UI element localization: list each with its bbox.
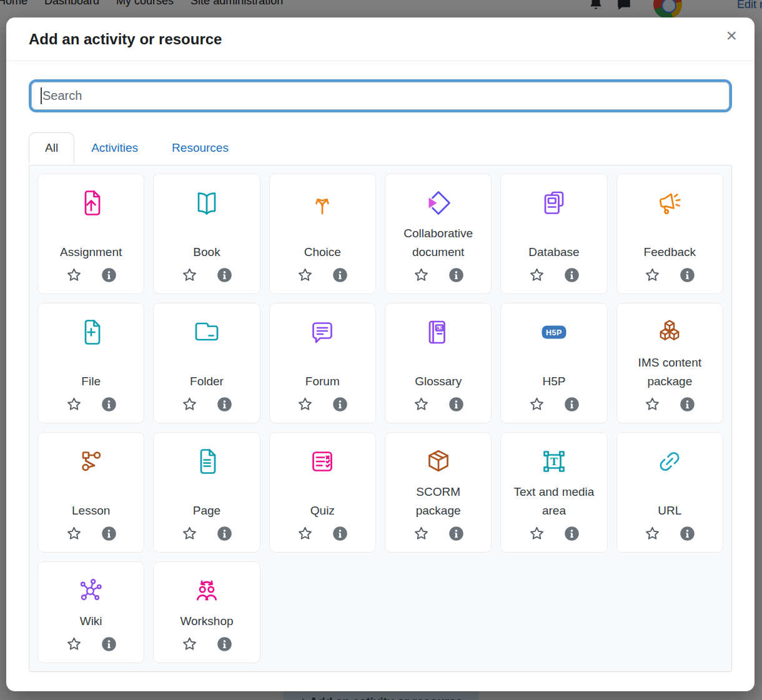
info-icon[interactable] bbox=[680, 526, 695, 541]
card-actions bbox=[66, 636, 117, 653]
tab-all[interactable]: All bbox=[29, 132, 74, 163]
activity-card[interactable]: Folder bbox=[153, 303, 260, 423]
assignment-upload-icon bbox=[76, 188, 106, 218]
activity-card[interactable]: Assignment bbox=[37, 174, 144, 294]
activity-label: Forum bbox=[305, 366, 340, 391]
modal-title: Add an activity or resource bbox=[29, 31, 222, 48]
info-icon[interactable] bbox=[564, 526, 580, 541]
card-actions bbox=[528, 525, 580, 542]
split-path-icon bbox=[307, 188, 337, 218]
card-actions bbox=[181, 267, 232, 283]
star-favourite-icon[interactable] bbox=[181, 636, 198, 653]
info-icon[interactable] bbox=[217, 636, 232, 652]
info-icon[interactable] bbox=[101, 636, 117, 652]
star-favourite-icon[interactable] bbox=[66, 267, 82, 283]
h5p-badge-icon: H5P bbox=[539, 317, 569, 347]
activity-card[interactable]: Quiz bbox=[269, 432, 376, 553]
activity-card[interactable]: Page bbox=[153, 432, 260, 553]
card-actions bbox=[644, 525, 695, 542]
activity-card[interactable]: Book bbox=[153, 174, 260, 294]
star-favourite-icon[interactable] bbox=[181, 396, 198, 413]
info-icon[interactable] bbox=[101, 526, 117, 541]
activity-card[interactable]: IMS content package bbox=[616, 303, 723, 423]
activity-card[interactable]: Feedback bbox=[616, 174, 723, 294]
activity-card[interactable]: File bbox=[37, 303, 144, 423]
info-icon[interactable] bbox=[448, 397, 464, 412]
star-favourite-icon[interactable] bbox=[644, 525, 661, 542]
activity-card[interactable]: AZ Glossary bbox=[385, 303, 492, 423]
megaphone-icon bbox=[655, 188, 685, 218]
tab-resources[interactable]: Resources bbox=[155, 133, 245, 163]
card-actions bbox=[66, 267, 117, 283]
activity-card[interactable]: Lesson bbox=[37, 432, 144, 553]
card-actions bbox=[181, 396, 232, 413]
info-icon[interactable] bbox=[332, 267, 348, 283]
info-icon[interactable] bbox=[564, 397, 580, 412]
peer-people-icon bbox=[192, 576, 222, 606]
star-favourite-icon[interactable] bbox=[528, 396, 545, 413]
activity-label: Folder bbox=[190, 366, 224, 391]
star-favourite-icon[interactable] bbox=[297, 267, 314, 283]
activity-card[interactable]: SCORM package bbox=[385, 432, 492, 553]
info-icon[interactable] bbox=[101, 397, 117, 412]
tab-activities[interactable]: Activities bbox=[74, 133, 155, 163]
activity-card[interactable]: Workshop bbox=[153, 561, 260, 663]
activity-card[interactable]: Choice bbox=[269, 174, 376, 294]
card-actions bbox=[297, 525, 348, 542]
search-input[interactable] bbox=[29, 79, 732, 112]
close-icon[interactable]: × bbox=[726, 26, 737, 45]
activity-card[interactable]: Forum bbox=[269, 303, 376, 423]
activity-label: Choice bbox=[304, 237, 341, 262]
activity-card[interactable]: URL bbox=[616, 432, 723, 553]
info-icon[interactable] bbox=[680, 267, 695, 283]
info-icon[interactable] bbox=[680, 397, 695, 412]
text-caret bbox=[41, 87, 42, 104]
activity-label: Quiz bbox=[310, 495, 335, 520]
star-favourite-icon[interactable] bbox=[644, 267, 661, 283]
star-favourite-icon[interactable] bbox=[66, 396, 82, 413]
book-open-icon bbox=[192, 188, 222, 218]
info-icon[interactable] bbox=[564, 267, 580, 283]
activity-card[interactable]: Collaborative document bbox=[385, 174, 492, 294]
star-favourite-icon[interactable] bbox=[66, 525, 82, 542]
star-favourite-icon[interactable] bbox=[181, 267, 198, 283]
star-favourite-icon[interactable] bbox=[644, 396, 661, 413]
card-actions bbox=[644, 267, 695, 283]
activity-card[interactable]: T Text and media area bbox=[500, 432, 607, 553]
info-icon[interactable] bbox=[332, 526, 348, 541]
info-icon[interactable] bbox=[448, 267, 464, 283]
star-favourite-icon[interactable] bbox=[297, 396, 314, 413]
star-favourite-icon[interactable] bbox=[528, 267, 545, 283]
card-actions bbox=[528, 396, 580, 413]
star-favourite-icon[interactable] bbox=[413, 525, 430, 542]
info-icon[interactable] bbox=[217, 267, 232, 283]
activity-label: Collaborative document bbox=[397, 218, 480, 262]
info-icon[interactable] bbox=[217, 526, 232, 541]
modal-header: Add an activity or resource × bbox=[6, 17, 755, 61]
star-favourite-icon[interactable] bbox=[66, 636, 82, 653]
star-favourite-icon[interactable] bbox=[297, 525, 314, 542]
activity-label: IMS content package bbox=[628, 347, 711, 391]
activity-card[interactable]: Wiki bbox=[37, 561, 144, 663]
package-box-icon bbox=[423, 446, 453, 476]
info-icon[interactable] bbox=[217, 397, 232, 412]
activity-card[interactable]: Database bbox=[500, 174, 607, 294]
folder-icon bbox=[192, 317, 222, 347]
star-favourite-icon[interactable] bbox=[413, 396, 430, 413]
star-favourite-icon[interactable] bbox=[181, 525, 198, 542]
info-icon[interactable] bbox=[332, 397, 348, 412]
activity-label: File bbox=[81, 366, 101, 391]
star-favourite-icon[interactable] bbox=[528, 525, 545, 542]
star-favourite-icon[interactable] bbox=[413, 267, 430, 283]
svg-text:H5P: H5P bbox=[546, 328, 562, 337]
activity-label: Database bbox=[528, 237, 579, 262]
activity-label: URL bbox=[658, 495, 681, 520]
card-actions bbox=[413, 525, 464, 542]
info-icon[interactable] bbox=[101, 267, 117, 283]
info-icon[interactable] bbox=[448, 526, 464, 541]
card-actions bbox=[297, 267, 348, 283]
activity-card[interactable]: H5P H5P bbox=[500, 303, 607, 423]
az-book-icon: AZ bbox=[423, 317, 453, 347]
svg-text:T: T bbox=[550, 456, 558, 468]
activity-label: Book bbox=[193, 237, 220, 262]
